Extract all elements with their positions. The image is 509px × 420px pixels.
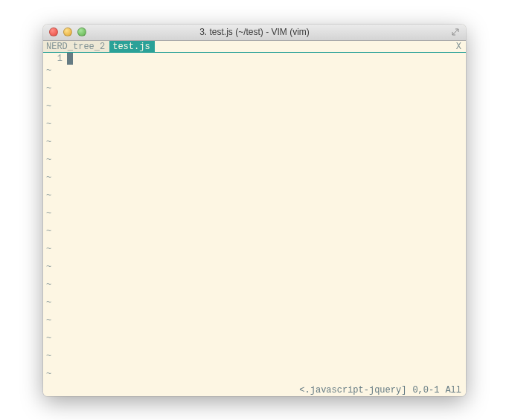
filetype-indicator: <.javascript-jquery] [299,385,406,395]
tilde-marker: ~ [43,368,67,384]
tilde-marker: ~ [43,261,67,279]
scroll-indicator: All [445,385,461,395]
tilde-marker: ~ [43,172,67,190]
vim-window: 3. test.js (~/test) - VIM (vim) NERD_tre… [43,25,466,396]
tilde-marker: ~ [43,190,67,207]
line-number: 1 [43,53,63,65]
empty-line-markers: ~~~~~~~~~~~~~~~~~~ [43,65,67,384]
tilde-marker: ~ [43,154,67,172]
maximize-button[interactable] [77,28,86,36]
editor-area[interactable]: 1 ~~~~~~~~~~~~~~~~~~ [43,53,466,384]
tabline: NERD_tree_2 test.js X [43,41,466,53]
text-buffer[interactable]: ~~~~~~~~~~~~~~~~~~ [67,53,466,384]
tilde-marker: ~ [43,83,67,100]
tilde-marker: ~ [43,118,67,136]
tilde-marker: ~ [43,314,67,332]
cursor [67,53,73,65]
window-title: 3. test.js (~/test) - VIM (vim) [43,27,466,37]
statusline: <.javascript-jquery] 0,0-1 All [43,384,466,396]
tab-close-button[interactable]: X [452,41,466,52]
tilde-marker: ~ [43,225,67,243]
cursor-position: 0,0-1 [412,385,439,395]
tab-spacer [155,41,452,52]
tilde-marker: ~ [43,279,67,297]
close-button[interactable] [49,28,58,36]
titlebar: 3. test.js (~/test) - VIM (vim) [43,25,466,41]
tilde-marker: ~ [43,350,67,368]
traffic-lights [49,28,86,36]
tilde-marker: ~ [43,100,67,118]
tilde-marker: ~ [43,65,67,83]
tilde-marker: ~ [43,207,67,225]
resize-icon[interactable] [451,28,460,36]
minimize-button[interactable] [63,28,72,36]
tab-testjs[interactable]: test.js [109,41,154,52]
tab-nerdtree[interactable]: NERD_tree_2 [43,41,109,52]
tilde-marker: ~ [43,332,67,350]
tilde-marker: ~ [43,297,67,314]
tilde-marker: ~ [43,136,67,154]
tilde-marker: ~ [43,243,67,261]
